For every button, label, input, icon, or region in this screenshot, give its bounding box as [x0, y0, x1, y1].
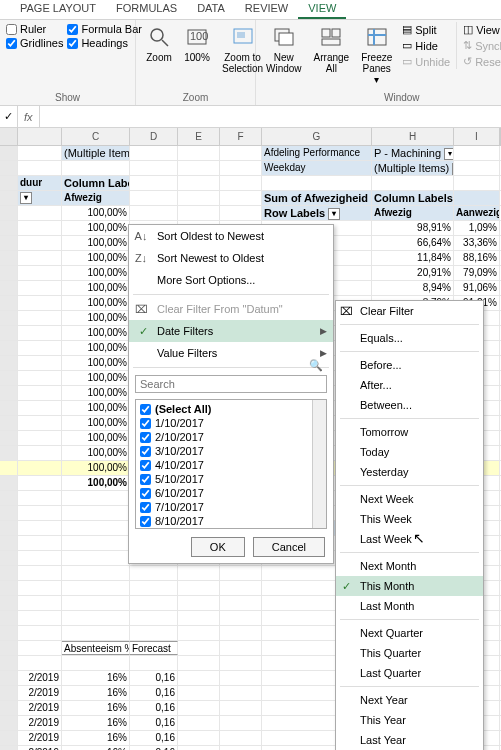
column-headers: C D E F G H I	[0, 128, 501, 146]
gridlines-checkbox[interactable]: Gridlines	[6, 36, 63, 50]
this-quarter-filter[interactable]: This Quarter	[336, 643, 483, 663]
col-header[interactable]	[18, 128, 62, 145]
split-button[interactable]: ▤Split	[400, 22, 452, 37]
hide-button[interactable]: ▭Hide	[400, 38, 452, 53]
this-month-filter[interactable]: ✓This Month	[336, 576, 483, 596]
tab-formulas[interactable]: FORMULAS	[106, 0, 187, 19]
more-sort-options[interactable]: More Sort Options...	[129, 269, 333, 291]
last-year-filter[interactable]: Last Year	[336, 730, 483, 750]
select-all-checkbox[interactable]: (Select All)	[138, 402, 324, 416]
check-icon: ✓	[342, 580, 351, 593]
date-checkbox[interactable]: 8/10/2017	[138, 514, 324, 528]
clear-filter-datum[interactable]: ⌧Clear Filter From "Datum"	[129, 298, 333, 320]
date-checkbox[interactable]: 3/10/2017	[138, 444, 324, 458]
before-filter[interactable]: Before...	[336, 355, 483, 375]
ok-button[interactable]: OK	[191, 537, 245, 557]
unhide-icon: ▭	[402, 55, 412, 68]
clear-filter-icon: ⌧	[133, 301, 149, 317]
filter-search-input[interactable]	[135, 375, 327, 393]
svg-rect-5	[237, 32, 245, 38]
tab-page-layout[interactable]: PAGE LAYOUT	[10, 0, 106, 19]
next-quarter-filter[interactable]: Next Quarter	[336, 623, 483, 643]
last-quarter-filter[interactable]: Last Quarter	[336, 663, 483, 683]
col-header[interactable]: I	[454, 128, 500, 145]
svg-rect-8	[322, 29, 330, 37]
headings-checkbox[interactable]: Headings	[67, 36, 142, 50]
split-icon: ▤	[402, 23, 412, 36]
arrange-all-button[interactable]: Arrange All	[310, 22, 354, 76]
col-header[interactable]: C	[62, 128, 130, 145]
zoom-100-button[interactable]: 100 100%	[180, 22, 214, 65]
formula-bar-checkbox[interactable]: Formula Bar	[67, 22, 142, 36]
reset-icon: ↺	[463, 55, 472, 68]
next-week-filter[interactable]: Next Week	[336, 489, 483, 509]
this-week-filter[interactable]: This Week	[336, 509, 483, 529]
col-header[interactable]: E	[178, 128, 220, 145]
yesterday-filter[interactable]: Yesterday	[336, 462, 483, 482]
side-by-side-icon: ◫	[463, 23, 473, 36]
last-week-filter[interactable]: Last Week	[336, 529, 483, 549]
value-filters[interactable]: Value Filters▶	[129, 342, 333, 364]
date-checkbox[interactable]: 1/10/2017	[138, 416, 324, 430]
col-header[interactable]: G	[262, 128, 372, 145]
freeze-panes-button[interactable]: Freeze Panes ▾	[357, 22, 396, 87]
equals-filter[interactable]: Equals...	[336, 328, 483, 348]
col-header[interactable]: F	[220, 128, 262, 145]
date-checkbox[interactable]: 9/10/2017	[138, 528, 324, 529]
fx-label[interactable]: fx	[18, 106, 40, 127]
sort-newest-oldest[interactable]: Z↓Sort Newest to Oldest	[129, 247, 333, 269]
ribbon-tabs: PAGE LAYOUT FORMULAS DATA REVIEW VIEW	[0, 0, 501, 20]
date-checkbox[interactable]: 2/10/2017	[138, 430, 324, 444]
clear-filter-icon: ⌧	[340, 305, 353, 318]
between-filter[interactable]: Between...	[336, 395, 483, 415]
this-year-filter[interactable]: This Year	[336, 710, 483, 730]
filter-values-list[interactable]: (Select All) 1/10/2017 2/10/2017 3/10/20…	[135, 399, 327, 529]
clear-filter-item[interactable]: ⌧Clear Filter	[336, 301, 483, 321]
filter-icon[interactable]: ▾	[20, 192, 32, 204]
today-filter[interactable]: Today	[336, 442, 483, 462]
new-window-button[interactable]: New Window	[262, 22, 306, 76]
tab-view[interactable]: VIEW	[298, 0, 346, 19]
cancel-button[interactable]: Cancel	[253, 537, 325, 557]
svg-rect-9	[332, 29, 340, 37]
col-header[interactable]: D	[130, 128, 178, 145]
filter-icon[interactable]: ▾	[328, 208, 340, 220]
zoom-selection-icon	[230, 24, 256, 50]
last-month-filter[interactable]: Last Month	[336, 596, 483, 616]
synchronous-scroll-button[interactable]: ⇅Synchrono	[461, 38, 501, 53]
svg-rect-10	[322, 39, 340, 45]
view-side-by-side-button[interactable]: ◫View Side by	[461, 22, 501, 37]
svg-point-0	[151, 29, 163, 41]
zoom-button[interactable]: Zoom	[142, 22, 176, 65]
select-all-cell[interactable]	[0, 128, 18, 145]
submenu-arrow-icon: ▶	[320, 348, 327, 358]
next-year-filter[interactable]: Next Year	[336, 690, 483, 710]
reset-window-button[interactable]: ↺Reset Windo	[461, 54, 501, 69]
date-checkbox[interactable]: 7/10/2017	[138, 500, 324, 514]
hide-icon: ▭	[402, 39, 412, 52]
next-month-filter[interactable]: Next Month	[336, 556, 483, 576]
sort-asc-icon: A↓	[133, 228, 149, 244]
show-group-label: Show	[6, 90, 129, 103]
date-checkbox[interactable]: 4/10/2017	[138, 458, 324, 472]
ribbon-body: Ruler Gridlines Formula Bar Headings Sho…	[0, 20, 501, 106]
date-checkbox[interactable]: 6/10/2017	[138, 486, 324, 500]
date-checkbox[interactable]: 5/10/2017	[138, 472, 324, 486]
sync-icon: ⇅	[463, 39, 472, 52]
filter-icon[interactable]: ▾	[444, 148, 454, 160]
tomorrow-filter[interactable]: Tomorrow	[336, 422, 483, 442]
search-icon: 🔍	[309, 359, 323, 372]
zoom-100-icon: 100	[184, 24, 210, 50]
formula-accept-button[interactable]: ✓	[0, 106, 18, 127]
tab-review[interactable]: REVIEW	[235, 0, 298, 19]
date-filters[interactable]: ✓Date Filters▶	[129, 320, 333, 342]
svg-rect-11	[368, 29, 386, 45]
ruler-checkbox[interactable]: Ruler	[6, 22, 63, 36]
after-filter[interactable]: After...	[336, 375, 483, 395]
sort-oldest-newest[interactable]: A↓Sort Oldest to Newest	[129, 225, 333, 247]
unhide-button[interactable]: ▭Unhide	[400, 54, 452, 69]
scrollbar[interactable]	[312, 400, 326, 528]
svg-line-1	[162, 40, 168, 46]
tab-data[interactable]: DATA	[187, 0, 235, 19]
col-header[interactable]: H	[372, 128, 454, 145]
